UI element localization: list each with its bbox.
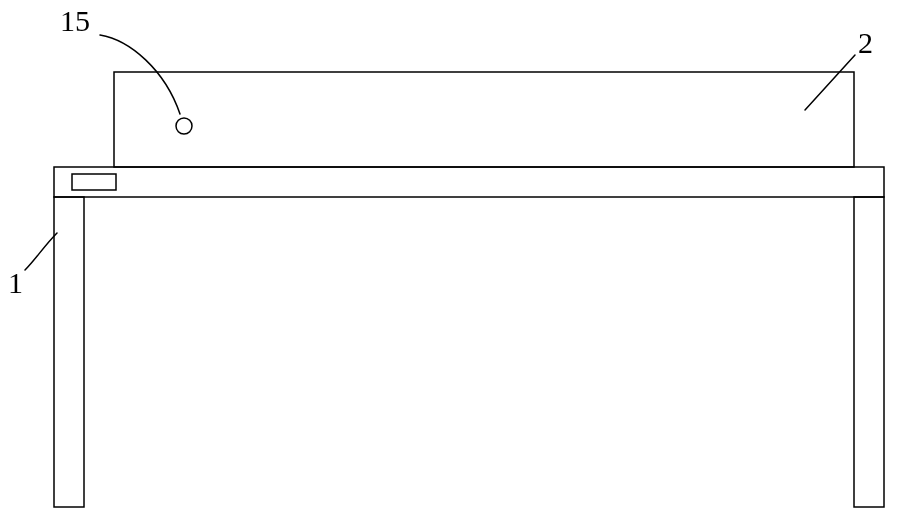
label-1: 1 bbox=[8, 268, 23, 298]
leader-1 bbox=[25, 233, 57, 270]
leader-2 bbox=[805, 55, 855, 110]
frame-top-rail bbox=[54, 167, 884, 197]
part-15-circle bbox=[176, 118, 192, 134]
part-2-panel bbox=[114, 72, 854, 167]
leader-15 bbox=[100, 35, 180, 114]
label-2: 2 bbox=[858, 28, 873, 58]
frame-left-leg bbox=[54, 197, 84, 507]
frame-right-leg bbox=[854, 197, 884, 507]
technical-drawing bbox=[0, 0, 924, 525]
label-15: 15 bbox=[60, 6, 90, 36]
small-rect-on-rail bbox=[72, 174, 116, 190]
